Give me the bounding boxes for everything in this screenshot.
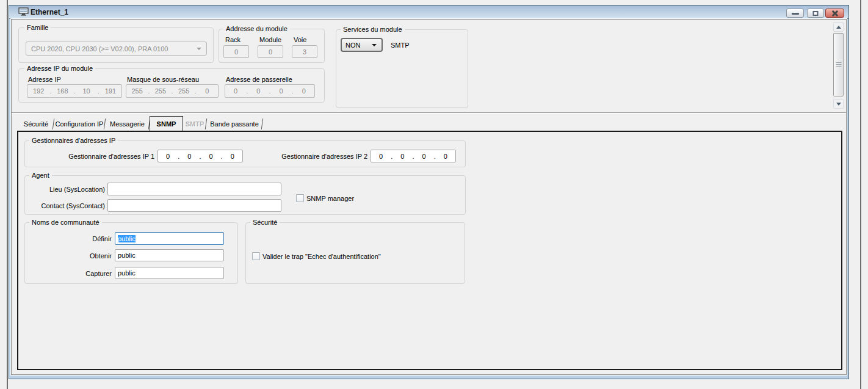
module-services-group-label: Services du module xyxy=(341,26,405,34)
voie-field: 3 xyxy=(292,45,317,58)
smtp-service-label: SMTP xyxy=(391,41,410,49)
agent-group-label: Agent xyxy=(29,172,52,180)
rack-field: 0 xyxy=(223,45,249,58)
snmp-manager-checkbox[interactable] xyxy=(296,194,304,202)
scroll-up-icon xyxy=(836,26,841,29)
voie-label: Voie xyxy=(294,35,306,44)
capturer-input[interactable] xyxy=(115,267,224,279)
gateway-label: Adresse de passerelle xyxy=(226,75,292,84)
network-module-icon xyxy=(18,7,29,16)
scrollbar-down-button[interactable] xyxy=(833,99,844,109)
scrollbar-thumb[interactable] xyxy=(833,33,844,96)
restore-button[interactable] xyxy=(807,9,824,18)
close-button[interactable] xyxy=(825,9,844,18)
syscontact-input[interactable] xyxy=(107,199,281,212)
syslocation-input[interactable] xyxy=(107,183,281,195)
chevron-down-icon xyxy=(197,48,201,50)
tab-smtp: SMTP xyxy=(183,117,206,131)
rack-label: Rack xyxy=(225,35,241,44)
smtp-service-dropdown[interactable]: NON xyxy=(341,38,383,52)
module-field: 0 xyxy=(258,45,283,58)
ip-manager1-label: Gestionnaire d'adresses IP 1 xyxy=(61,152,154,161)
subnet-mask-label: Masque de sous-réseau xyxy=(127,75,199,84)
syslocation-label: Lieu (SysLocation) xyxy=(37,185,105,194)
ip-manager2-label: Gestionnaire d'adresses IP 2 xyxy=(275,152,367,161)
tab-snmp[interactable]: SNMP xyxy=(150,116,183,131)
auth-failure-trap-checkbox-label: Valider le trap "Echec d'authentificatio… xyxy=(262,252,381,261)
scrollbar-grip-icon xyxy=(836,62,841,67)
tab-configuration-ip[interactable]: Configuration IP xyxy=(54,117,105,131)
tab-securite[interactable]: Sécurité xyxy=(18,117,54,131)
scroll-down-icon xyxy=(836,103,841,106)
snmp-manager-checkbox-label: SNMP manager xyxy=(306,194,354,203)
gateway-field: 0. 0. 0. 0 xyxy=(225,84,315,98)
mdi-right-edge xyxy=(860,0,861,389)
capturer-label: Capturer xyxy=(61,269,112,278)
ip-address-label: Adresse IP xyxy=(28,75,61,84)
window-titlebar[interactable] xyxy=(9,5,848,19)
restore-icon xyxy=(813,11,819,16)
definir-input[interactable]: public xyxy=(115,232,224,245)
syscontact-label: Contact (SysContact) xyxy=(37,202,105,210)
ip-module-group-label: Adresse IP du module xyxy=(24,65,95,73)
obtenir-input[interactable] xyxy=(115,249,224,261)
window-title: Ethernet_1 xyxy=(31,8,68,16)
mdi-workspace: Ethernet_1 Famille CPU 2020, CPU 2030 (>… xyxy=(0,0,868,389)
auth-failure-trap-checkbox[interactable] xyxy=(252,252,260,260)
module-label: Module xyxy=(259,35,281,44)
obtenir-label: Obtenir xyxy=(61,252,112,260)
tab-bande-passante[interactable]: Bande passante xyxy=(206,117,262,131)
smtp-service-dropdown-value: NON xyxy=(345,42,360,49)
scrollbar-up-button[interactable] xyxy=(833,22,844,32)
definir-label: Définir xyxy=(61,234,112,243)
minimize-icon xyxy=(792,13,799,15)
mdi-left-edge xyxy=(7,0,8,389)
famille-dropdown: CPU 2020, CPU 2030 (>= V02.00), PRA 0100 xyxy=(26,42,207,56)
tab-messagerie[interactable]: Messagerie xyxy=(105,117,150,131)
chevron-down-icon xyxy=(372,44,377,46)
selected-text: public xyxy=(118,235,136,242)
module-address-group-label: Addresse du module xyxy=(223,25,290,33)
security-group-label: Sécurité xyxy=(250,219,280,227)
ip-address-field: 192. 168. 10. 191 xyxy=(27,84,122,98)
famille-group-label: Famille xyxy=(24,24,51,32)
subnet-mask-field: 255. 255. 255. 0 xyxy=(126,84,219,98)
panel-divider xyxy=(12,112,846,114)
minimize-button[interactable] xyxy=(786,9,804,18)
famille-dropdown-value: CPU 2020, CPU 2030 (>= V02.00), PRA 0100 xyxy=(31,45,168,53)
ip-managers-group-label: Gestionnaires d'adresses IP xyxy=(29,137,118,145)
community-names-group-label: Noms de communauté xyxy=(29,219,102,227)
ip-manager1-field[interactable]: 0. 0. 0. 0 xyxy=(157,150,243,162)
ip-manager2-field[interactable]: 0. 0. 0. 0 xyxy=(371,150,456,162)
